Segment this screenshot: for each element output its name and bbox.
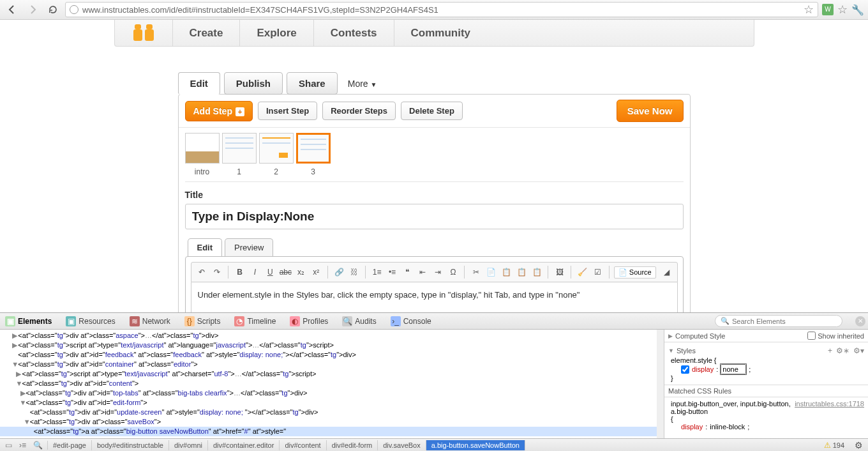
link-icon[interactable]: 🔗 xyxy=(333,265,346,279)
css-file-link[interactable]: instructables.css:1718 xyxy=(795,400,864,408)
add-style-icon[interactable]: + xyxy=(828,346,832,355)
nav-create[interactable]: Create xyxy=(172,20,240,46)
back-button[interactable] xyxy=(4,2,20,17)
nav-explore[interactable]: Explore xyxy=(239,20,313,46)
element-states-icon[interactable]: ⚙∗ xyxy=(836,346,849,355)
bold-icon[interactable]: B xyxy=(233,265,246,279)
strike-icon[interactable]: abc xyxy=(279,265,292,279)
breadcrumb-segment[interactable]: body#editinstructable xyxy=(92,440,169,450)
clear-icon[interactable]: 🧹 xyxy=(576,265,589,279)
forward-button[interactable] xyxy=(24,2,41,17)
css-value-input[interactable] xyxy=(721,364,746,374)
italic-icon[interactable]: I xyxy=(248,265,262,279)
dom-line[interactable]: ▶<at">class="tg">div at">class="aspace">… xyxy=(0,331,657,340)
devtools-tab-elements[interactable]: ▣Elements xyxy=(3,315,54,328)
copy-icon[interactable]: 📄 xyxy=(484,265,498,279)
error-count[interactable]: ⚠194 xyxy=(819,441,849,450)
reorder-steps-button[interactable]: Reorder Steps xyxy=(322,102,396,120)
element-style-block[interactable]: element.style { display: ; } xyxy=(668,356,864,382)
step-thumb-3[interactable]: 3 xyxy=(296,133,331,176)
insert-step-button[interactable]: Insert Step xyxy=(258,102,317,120)
ol-icon[interactable]: 1≡ xyxy=(370,265,384,279)
dom-line[interactable]: ▼<at">class="tg">div at">id="container" … xyxy=(0,360,657,369)
devtools-tab-network[interactable]: ≋Network xyxy=(127,315,173,328)
dom-line[interactable]: ▼<at">class="tg">div at">class="saveBox"… xyxy=(0,417,657,427)
unlink-icon[interactable]: ⛓ xyxy=(347,265,361,279)
step-thumb-intro[interactable]: intro xyxy=(185,133,220,176)
dom-line[interactable]: ▶<at">class="tg">script at">type="text/j… xyxy=(0,340,657,350)
extension-icon-1[interactable]: W xyxy=(822,4,834,15)
breadcrumb-segment[interactable]: div#container.editor xyxy=(208,440,280,450)
console-toggle-icon[interactable]: ›≡ xyxy=(19,441,28,450)
dom-line[interactable]: ▼<at">class="tg">div at">id="edit-form"> xyxy=(0,398,657,408)
underline-icon[interactable]: U xyxy=(264,265,277,279)
delete-step-button[interactable]: Delete Step xyxy=(401,102,463,120)
image-icon[interactable]: 🖼 xyxy=(553,265,566,279)
source-button[interactable]: 📄Source xyxy=(614,266,656,279)
devtools-tab-audits[interactable]: 🔍Audits xyxy=(340,315,378,328)
tab-publish[interactable]: Publish xyxy=(224,72,283,95)
styles-label[interactable]: Styles xyxy=(677,347,696,355)
paste-text-icon[interactable]: 📋 xyxy=(515,265,528,279)
tab-share[interactable]: Share xyxy=(287,72,338,95)
dom-line[interactable]: <at">class="tg">div at">id="feedback" at… xyxy=(0,350,657,360)
dom-line[interactable]: ▼<at">class="tg">div at">id="content"> xyxy=(0,379,657,388)
reload-button[interactable] xyxy=(45,2,61,17)
dom-line[interactable]: <at">class="tg">div at">id="update-scree… xyxy=(0,408,657,417)
devtools-search-input[interactable] xyxy=(732,317,828,325)
quote-icon[interactable]: ❝ xyxy=(401,265,414,279)
redo-icon[interactable]: ↷ xyxy=(210,265,223,279)
extension-icon-2[interactable]: ☆ xyxy=(837,3,848,17)
breadcrumb-segment[interactable]: div#edit-form xyxy=(327,440,378,450)
devtools-tab-profiles[interactable]: ◐Profiles xyxy=(287,315,331,328)
settings-gear-icon[interactable]: ⚙ xyxy=(849,440,868,450)
checkbox-icon[interactable]: ☑ xyxy=(591,265,604,279)
scrollbar[interactable] xyxy=(657,330,664,438)
cut-icon[interactable]: ✂ xyxy=(469,265,483,279)
breadcrumb-segment[interactable]: div#content xyxy=(280,440,326,450)
ul-icon[interactable]: •≡ xyxy=(385,265,399,279)
title-input[interactable] xyxy=(185,204,684,229)
subscript-icon[interactable]: x₂ xyxy=(294,265,308,279)
bookmark-icon[interactable]: ☆ xyxy=(804,3,814,17)
devtools-tab-resources[interactable]: ▣Resources xyxy=(63,315,117,328)
rte-content[interactable]: Under element.style in the Styles bar, c… xyxy=(191,282,678,312)
inner-tab-preview[interactable]: Preview xyxy=(225,238,273,256)
chrome-menu-icon[interactable]: 🔧 xyxy=(851,4,864,16)
devtools-tab-console[interactable]: ›_Console xyxy=(388,315,434,328)
step-thumb-2[interactable]: 2 xyxy=(259,133,294,176)
breadcrumb-segment[interactable]: div#omni xyxy=(169,440,208,450)
more-dropdown[interactable]: More ▼ xyxy=(348,79,377,89)
paste-word-icon[interactable]: 📋 xyxy=(530,265,544,279)
dom-line[interactable]: ▶<at">class="tg">div at">id="top-tabs" a… xyxy=(0,388,657,398)
devtools-tab-scripts[interactable]: {}Scripts xyxy=(182,315,223,328)
add-step-button[interactable]: Add Step+ xyxy=(185,101,253,121)
superscript-icon[interactable]: x² xyxy=(310,265,323,279)
devtools-tab-timeline[interactable]: ◔Timeline xyxy=(232,315,278,328)
tab-edit[interactable]: Edit xyxy=(178,72,220,95)
save-now-button[interactable]: Save Now xyxy=(617,100,684,122)
css-prop-toggle[interactable] xyxy=(681,365,689,374)
show-inherited-checkbox[interactable]: Show inherited xyxy=(807,332,864,340)
address-bar[interactable]: www.instructables.com/id/edit#instructab… xyxy=(65,2,818,17)
paste-icon[interactable]: 📋 xyxy=(500,265,513,279)
nav-contests[interactable]: Contests xyxy=(313,20,394,46)
breadcrumb-segment[interactable]: a.big-button.saveNowButton xyxy=(426,440,525,450)
site-logo[interactable] xyxy=(115,20,172,46)
dom-tree[interactable]: ▶<at">class="tg">div at">class="aspace">… xyxy=(0,330,657,438)
resize-corner-icon[interactable]: ◢ xyxy=(660,265,673,279)
outdent-icon[interactable]: ⇤ xyxy=(416,265,430,279)
dom-line[interactable]: <at">class="tg">a at">class="big-button … xyxy=(0,427,657,436)
dom-line[interactable]: ▶<at">class="tg">script at">type="text/j… xyxy=(0,369,657,379)
indent-icon[interactable]: ⇥ xyxy=(431,265,445,279)
gear-icon[interactable]: ⚙▾ xyxy=(853,346,864,355)
devtools-close-icon[interactable]: ✕ xyxy=(855,316,865,326)
breadcrumb-segment[interactable]: #edit-page xyxy=(48,440,92,450)
breadcrumb-segment[interactable]: div.saveBox xyxy=(378,440,426,450)
inspect-icon[interactable]: 🔍 xyxy=(33,441,42,450)
undo-icon[interactable]: ↶ xyxy=(195,265,209,279)
dock-icon[interactable]: ▭ xyxy=(5,441,14,450)
nav-community[interactable]: Community xyxy=(394,20,488,46)
inner-tab-edit[interactable]: Edit xyxy=(188,238,223,256)
special-char-icon[interactable]: Ω xyxy=(446,265,460,279)
